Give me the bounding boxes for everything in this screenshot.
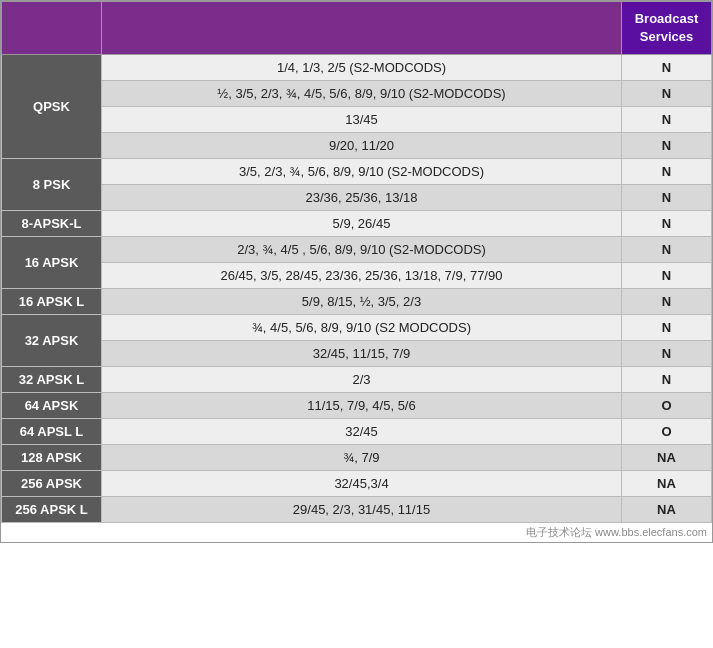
table-row: 32/45, 11/15, 7/9N [2, 341, 712, 367]
modulation-cell: 16 APSK L [2, 289, 102, 315]
broadcast-cell: N [622, 107, 712, 133]
table-row: 32 APSK¾, 4/5, 5/6, 8/9, 9/10 (S2 MODCOD… [2, 315, 712, 341]
modulation-cell: 16 APSK [2, 237, 102, 289]
broadcast-cell: N [622, 341, 712, 367]
table-body: QPSK1/4, 1/3, 2/5 (S2-MODCODS)N½, 3/5, 2… [2, 55, 712, 523]
broadcast-cell: N [622, 81, 712, 107]
system-config-header [102, 2, 622, 55]
modulation-cell: QPSK [2, 55, 102, 159]
broadcast-cell: N [622, 55, 712, 81]
config-cell: 13/45 [102, 107, 622, 133]
table-row: 23/36, 25/36, 13/18N [2, 185, 712, 211]
config-cell: 3/5, 2/3, ¾, 5/6, 8/9, 9/10 (S2-MODCODS) [102, 159, 622, 185]
config-cell: ½, 3/5, 2/3, ¾, 4/5, 5/6, 8/9, 9/10 (S2-… [102, 81, 622, 107]
modulation-table: BroadcastServices QPSK1/4, 1/3, 2/5 (S2-… [1, 1, 712, 523]
broadcast-cell: NA [622, 471, 712, 497]
broadcast-cell: N [622, 263, 712, 289]
table-row: 9/20, 11/20N [2, 133, 712, 159]
table-row: 16 APSK L5/9, 8/15, ½, 3/5, 2/3N [2, 289, 712, 315]
table-row: 8-APSK-L5/9, 26/45N [2, 211, 712, 237]
table-row: 64 APSL L32/45O [2, 419, 712, 445]
config-cell: 32/45, 11/15, 7/9 [102, 341, 622, 367]
broadcast-cell: N [622, 315, 712, 341]
modulation-cell: 32 APSK L [2, 367, 102, 393]
modulation-cell: 8-APSK-L [2, 211, 102, 237]
config-cell: 1/4, 1/3, 2/5 (S2-MODCODS) [102, 55, 622, 81]
modulation-cell: 64 APSK [2, 393, 102, 419]
table-row: 256 APSK32/45,3/4NA [2, 471, 712, 497]
modulation-cell: 128 APSK [2, 445, 102, 471]
broadcast-services-header: BroadcastServices [622, 2, 712, 55]
config-cell: 5/9, 8/15, ½, 3/5, 2/3 [102, 289, 622, 315]
broadcast-cell: O [622, 393, 712, 419]
table-row: 64 APSK11/15, 7/9, 4/5, 5/6O [2, 393, 712, 419]
broadcast-cell: N [622, 159, 712, 185]
table-row: 8 PSK3/5, 2/3, ¾, 5/6, 8/9, 9/10 (S2-MOD… [2, 159, 712, 185]
table-row: 13/45N [2, 107, 712, 133]
modulation-header [2, 2, 102, 55]
table-row: 256 APSK L29/45, 2/3, 31/45, 11/15NA [2, 497, 712, 523]
config-cell: 32/45,3/4 [102, 471, 622, 497]
config-cell: ¾, 4/5, 5/6, 8/9, 9/10 (S2 MODCODS) [102, 315, 622, 341]
config-cell: 9/20, 11/20 [102, 133, 622, 159]
broadcast-cell: N [622, 185, 712, 211]
config-cell: 2/3, ¾, 4/5 , 5/6, 8/9, 9/10 (S2-MODCODS… [102, 237, 622, 263]
config-cell: 11/15, 7/9, 4/5, 5/6 [102, 393, 622, 419]
broadcast-cell: N [622, 289, 712, 315]
table-header-row: BroadcastServices [2, 2, 712, 55]
broadcast-cell: N [622, 237, 712, 263]
broadcast-cell: N [622, 133, 712, 159]
broadcast-cell: N [622, 211, 712, 237]
modulation-cell: 256 APSK L [2, 497, 102, 523]
config-cell: 32/45 [102, 419, 622, 445]
table-row: QPSK1/4, 1/3, 2/5 (S2-MODCODS)N [2, 55, 712, 81]
table-row: ½, 3/5, 2/3, ¾, 4/5, 5/6, 8/9, 9/10 (S2-… [2, 81, 712, 107]
modulation-cell: 32 APSK [2, 315, 102, 367]
config-cell: 5/9, 26/45 [102, 211, 622, 237]
main-table-container: BroadcastServices QPSK1/4, 1/3, 2/5 (S2-… [0, 0, 713, 543]
modulation-cell: 8 PSK [2, 159, 102, 211]
modulation-cell: 64 APSL L [2, 419, 102, 445]
broadcast-cell: O [622, 419, 712, 445]
watermark: 电子技术论坛 www.bbs.elecfans.com [1, 523, 712, 542]
config-cell: 26/45, 3/5, 28/45, 23/36, 25/36, 13/18, … [102, 263, 622, 289]
config-cell: 29/45, 2/3, 31/45, 11/15 [102, 497, 622, 523]
config-cell: 23/36, 25/36, 13/18 [102, 185, 622, 211]
table-row: 26/45, 3/5, 28/45, 23/36, 25/36, 13/18, … [2, 263, 712, 289]
table-row: 16 APSK2/3, ¾, 4/5 , 5/6, 8/9, 9/10 (S2-… [2, 237, 712, 263]
config-cell: 2/3 [102, 367, 622, 393]
table-row: 128 APSK¾, 7/9NA [2, 445, 712, 471]
broadcast-cell: N [622, 367, 712, 393]
config-cell: ¾, 7/9 [102, 445, 622, 471]
broadcast-cell: NA [622, 445, 712, 471]
broadcast-cell: NA [622, 497, 712, 523]
table-row: 32 APSK L2/3N [2, 367, 712, 393]
modulation-cell: 256 APSK [2, 471, 102, 497]
